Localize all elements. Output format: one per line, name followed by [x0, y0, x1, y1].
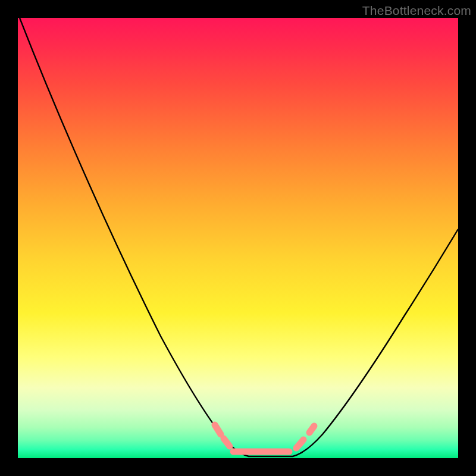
- optimal-region-markers: [215, 425, 314, 452]
- watermark-text: TheBottleneck.com: [362, 4, 471, 18]
- bottleneck-curve: [20, 18, 458, 456]
- chart-frame: TheBottleneck.com: [0, 0, 476, 476]
- curve-layer: [18, 18, 458, 458]
- plot-area: [18, 18, 458, 458]
